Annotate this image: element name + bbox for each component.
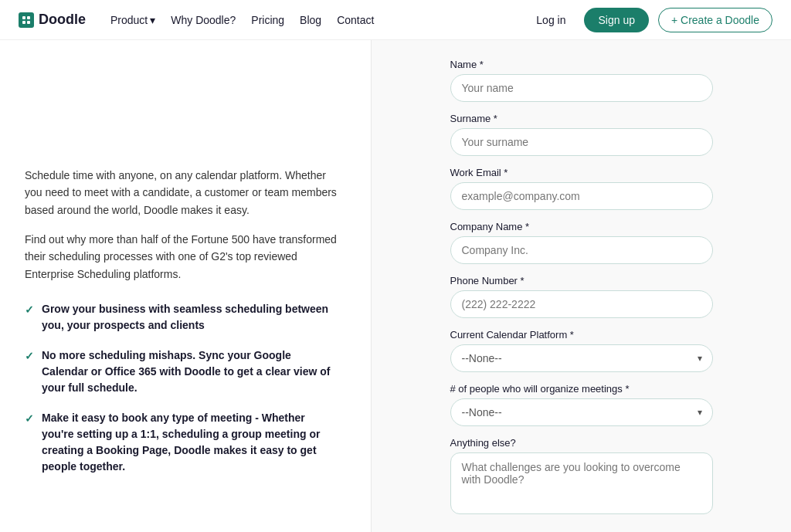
signup-button[interactable]: Sign up (584, 8, 648, 32)
name-input[interactable] (450, 74, 713, 102)
surname-group: Surname * (450, 113, 713, 156)
phone-input[interactable] (450, 290, 713, 318)
company-input[interactable] (450, 236, 713, 264)
logo-text: Doodle (39, 12, 86, 28)
anything-label: Anything else? (450, 437, 713, 449)
nav-why-doodle[interactable]: Why Doodle? (171, 14, 236, 26)
desc-1: Schedule time with anyone, on any calend… (25, 167, 340, 219)
nav-blog[interactable]: Blog (300, 14, 321, 26)
login-button[interactable]: Log in (527, 9, 575, 31)
calendar-select[interactable]: --None-- Google Calendar Office 365 Outl… (450, 344, 713, 372)
svg-rect-3 (27, 21, 30, 24)
surname-label: Surname * (450, 113, 713, 124)
create-doodle-button[interactable]: + Create a Doodle (658, 8, 772, 32)
logo[interactable]: Doodle (19, 12, 86, 28)
left-panel: Schedule time with anyone, on any calend… (0, 40, 371, 532)
email-group: Work Email * (450, 167, 713, 210)
company-group: Company Name * (450, 221, 713, 264)
calendar-select-wrap: --None-- Google Calendar Office 365 Outl… (450, 344, 713, 372)
people-group: # of people who will organize meetings *… (450, 383, 713, 426)
check-icon-3: ✓ (25, 411, 34, 427)
nav-actions: Log in Sign up + Create a Doodle (527, 8, 772, 32)
people-label: # of people who will organize meetings * (450, 383, 713, 395)
name-label: Name * (450, 59, 713, 70)
phone-label: Phone Number * (450, 275, 713, 286)
form-container: Name * Surname * Work Email * Company Na… (450, 59, 713, 532)
svg-rect-2 (22, 21, 25, 24)
nav-contact[interactable]: Contact (337, 14, 374, 26)
check-icon-1: ✓ (25, 302, 34, 318)
check-icon-2: ✓ (25, 348, 34, 364)
feature-list: ✓ Grow your business with seamless sched… (25, 301, 340, 475)
right-panel: Name * Surname * Work Email * Company Na… (371, 40, 791, 532)
name-group: Name * (450, 59, 713, 102)
svg-rect-1 (27, 16, 30, 19)
surname-input[interactable] (450, 128, 713, 156)
feature-text-1: Grow your business with seamless schedul… (42, 301, 340, 334)
email-label: Work Email * (450, 167, 713, 178)
email-input[interactable] (450, 182, 713, 210)
feature-text-3: Make it easy to book any type of meeting… (42, 410, 340, 475)
calendar-label: Current Calendar Platform * (450, 329, 713, 341)
nav-product[interactable]: Product ▾ (110, 14, 155, 26)
feature-item-3: ✓ Make it easy to book any type of meeti… (25, 410, 340, 475)
calendar-group: Current Calendar Platform * --None-- Goo… (450, 329, 713, 372)
people-select-wrap: --None-- 1-10 11-50 51-200 201-500 500+ … (450, 398, 713, 426)
anything-textarea[interactable] (450, 452, 713, 514)
people-select[interactable]: --None-- 1-10 11-50 51-200 201-500 500+ (450, 398, 713, 426)
phone-group: Phone Number * (450, 275, 713, 318)
svg-rect-0 (22, 16, 25, 19)
feature-item-1: ✓ Grow your business with seamless sched… (25, 301, 340, 334)
desc-2: Find out why more than half of the Fortu… (25, 231, 340, 283)
logo-icon (19, 12, 34, 28)
navbar: Doodle Product ▾ Why Doodle? Pricing Blo… (0, 0, 791, 40)
feature-item-2: ✓ No more scheduling mishaps. Sync your … (25, 347, 340, 396)
company-label: Company Name * (450, 221, 713, 232)
main-layout: Schedule time with anyone, on any calend… (0, 40, 791, 532)
chevron-down-icon: ▾ (150, 14, 155, 26)
nav-pricing[interactable]: Pricing (251, 14, 284, 26)
nav-links: Product ▾ Why Doodle? Pricing Blog Conta… (110, 14, 527, 26)
feature-text-2: No more scheduling mishaps. Sync your Go… (42, 347, 340, 396)
anything-group: Anything else? (450, 437, 713, 517)
